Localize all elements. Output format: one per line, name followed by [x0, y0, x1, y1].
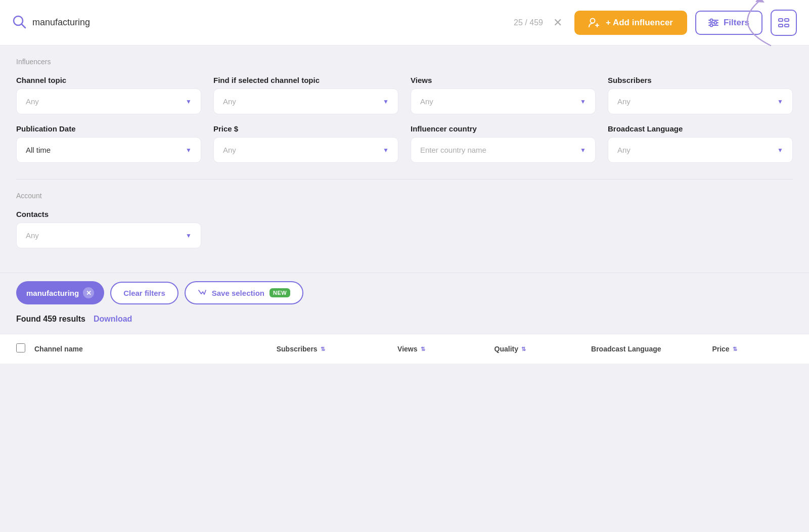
channel-topic-group: Channel topic Any ▼	[16, 76, 201, 114]
subscribers-chevron: ▼	[777, 98, 783, 105]
views-select[interactable]: Any ▼	[411, 88, 596, 114]
publication-date-value: All time	[26, 146, 51, 154]
add-influencer-icon	[589, 18, 601, 28]
search-count: 25 / 459	[514, 18, 543, 27]
active-filter-tag-label: manufacturing	[26, 289, 79, 297]
col-price[interactable]: Price ⇅	[712, 345, 793, 353]
filters-icon	[708, 18, 718, 27]
search-wrapper: manufacturing 25 / 459 ✕	[12, 14, 566, 31]
views-sort-icon: ⇅	[421, 346, 425, 352]
filters-button[interactable]: Filters	[695, 11, 762, 35]
contacts-chevron: ▼	[186, 232, 192, 239]
header: manufacturing 25 / 459 ✕ + Add influence…	[0, 0, 809, 46]
svg-marker-13	[755, 0, 765, 3]
subscribers-sort-icon: ⇅	[321, 346, 325, 352]
save-selection-label: Save selection	[212, 289, 264, 297]
contacts-value: Any	[26, 231, 39, 240]
views-value: Any	[420, 97, 433, 106]
find-if-selected-label: Find if selected channel topic	[213, 76, 398, 84]
channel-topic-value: Any	[26, 97, 39, 106]
section-divider	[16, 179, 793, 180]
broadcast-language-value: Any	[617, 146, 631, 154]
subscribers-select[interactable]: Any ▼	[608, 88, 793, 114]
search-icon	[12, 15, 26, 31]
select-all-checkbox[interactable]	[16, 343, 25, 352]
svg-point-6	[710, 19, 712, 21]
search-clear-button[interactable]: ✕	[549, 14, 566, 31]
filter-tags-row: manufacturing ✕ Clear filters Save selec…	[16, 281, 793, 304]
channel-topic-chevron: ▼	[186, 98, 192, 105]
broadcast-language-group: Broadcast Language Any ▼	[608, 124, 793, 163]
views-label: Views	[411, 76, 596, 84]
find-if-selected-select[interactable]: Any ▼	[213, 88, 398, 114]
influencer-country-placeholder: Enter country name	[420, 146, 486, 154]
price-group: Price $ Any ▼	[213, 124, 398, 163]
price-select[interactable]: Any ▼	[213, 137, 398, 163]
col-quality[interactable]: Quality ⇅	[495, 345, 591, 353]
influencer-country-group: Influencer country Enter country name ▼	[411, 124, 596, 163]
col-views[interactable]: Views ⇅	[397, 345, 494, 353]
remove-tag-button[interactable]: ✕	[83, 287, 94, 298]
find-if-selected-chevron: ▼	[383, 98, 389, 105]
influencer-country-label: Influencer country	[411, 124, 596, 133]
publication-date-group: Publication Date All time ▼	[16, 124, 201, 163]
publication-date-chevron: ▼	[186, 147, 192, 154]
results-count: Found 459 results	[16, 315, 85, 324]
customize-button[interactable]	[771, 10, 797, 36]
col-channel-name: Channel name	[34, 345, 277, 353]
svg-line-1	[22, 24, 25, 28]
influencers-filter-grid: Channel topic Any ▼ Find if selected cha…	[16, 76, 793, 163]
select-all-checkbox-wrap[interactable]	[16, 343, 34, 354]
col-broadcast-language: Broadcast Language	[591, 345, 712, 353]
filters-label: Filters	[724, 18, 749, 28]
price-chevron: ▼	[383, 147, 389, 154]
find-if-selected-value: Any	[223, 97, 236, 106]
main-content: Influencers Channel topic Any ▼ Find if …	[0, 46, 809, 273]
svg-rect-9	[779, 19, 783, 21]
svg-point-8	[710, 24, 712, 26]
channel-topic-label: Channel topic	[16, 76, 201, 84]
broadcast-language-chevron: ▼	[777, 147, 783, 154]
find-if-selected-group: Find if selected channel topic Any ▼	[213, 76, 398, 114]
subscribers-value: Any	[617, 97, 631, 106]
influencer-country-select[interactable]: Enter country name ▼	[411, 137, 596, 163]
new-badge: NEW	[269, 288, 290, 297]
svg-point-2	[590, 18, 595, 23]
broadcast-language-select[interactable]: Any ▼	[608, 137, 793, 163]
download-link[interactable]: Download	[94, 315, 132, 324]
add-influencer-label: + Add influencer	[606, 18, 673, 28]
price-label: Price $	[213, 124, 398, 133]
bottom-bar: manufacturing ✕ Clear filters Save selec…	[0, 273, 809, 334]
views-chevron: ▼	[580, 98, 586, 105]
publication-date-select[interactable]: All time ▼	[16, 137, 201, 163]
subscribers-label: Subscribers	[608, 76, 793, 84]
save-selection-button[interactable]: Save selection NEW	[185, 281, 303, 304]
price-value: Any	[223, 146, 236, 154]
svg-rect-12	[785, 24, 789, 27]
save-selection-icon	[198, 288, 207, 297]
table-header: Channel name Subscribers ⇅ Views ⇅ Quali…	[0, 334, 809, 364]
broadcast-language-label: Broadcast Language	[608, 124, 793, 133]
contacts-label: Contacts	[16, 210, 201, 218]
account-section-label: Account	[16, 192, 793, 200]
account-section: Account Contacts Any ▼	[16, 192, 793, 248]
col-subscribers[interactable]: Subscribers ⇅	[277, 345, 397, 353]
search-input[interactable]: manufacturing	[32, 17, 508, 28]
active-filter-tag[interactable]: manufacturing ✕	[16, 281, 104, 304]
channel-topic-select[interactable]: Any ▼	[16, 88, 201, 114]
contacts-group: Contacts Any ▼	[16, 210, 201, 248]
customize-icon	[778, 18, 789, 27]
clear-filters-button[interactable]: Clear filters	[110, 282, 178, 304]
price-sort-icon: ⇅	[733, 346, 737, 352]
subscribers-group: Subscribers Any ▼	[608, 76, 793, 114]
svg-rect-11	[779, 24, 783, 27]
views-group: Views Any ▼	[411, 76, 596, 114]
svg-point-7	[714, 21, 716, 24]
svg-rect-10	[785, 19, 789, 21]
results-row: Found 459 results Download	[16, 315, 793, 334]
influencer-country-chevron: ▼	[580, 147, 586, 154]
publication-date-label: Publication Date	[16, 124, 201, 133]
quality-sort-icon: ⇅	[521, 346, 526, 352]
add-influencer-button[interactable]: + Add influencer	[574, 11, 687, 35]
contacts-select[interactable]: Any ▼	[16, 223, 201, 248]
